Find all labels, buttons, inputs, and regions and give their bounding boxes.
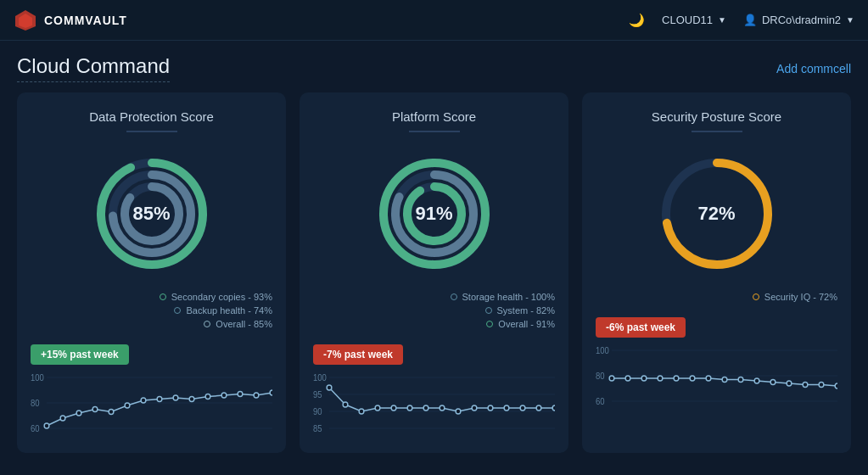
- badge-data-protection: +15% past week: [31, 344, 129, 365]
- navbar-right: 🌙 CLOUD11 ▼ 👤 DRCo\dradmin2 ▼: [629, 13, 854, 28]
- svg-point-79: [819, 383, 824, 388]
- score-text-security-posture: 72%: [697, 203, 735, 225]
- donut-data-protection: 85%: [84, 146, 220, 282]
- svg-point-76: [770, 380, 776, 385]
- svg-text:100: 100: [31, 373, 44, 383]
- badge-platform: -7% past week: [313, 344, 403, 365]
- card-platform: Platform Score91%Storage health - 100%Sy…: [300, 92, 568, 453]
- cards-container: Data Protection Score85%Secondary copies…: [17, 92, 851, 453]
- svg-point-47: [391, 405, 396, 411]
- legend-item: Storage health - 100%: [313, 292, 555, 302]
- svg-text:80: 80: [31, 399, 40, 408]
- legend-label: Storage health - 100%: [462, 292, 555, 302]
- score-text-platform: 91%: [415, 203, 452, 225]
- svg-text:95: 95: [313, 390, 322, 400]
- svg-point-23: [189, 397, 194, 402]
- svg-point-51: [456, 409, 461, 414]
- svg-point-20: [141, 398, 146, 403]
- svg-point-14: [44, 423, 49, 428]
- add-commcell-button[interactable]: Add commcell: [776, 62, 851, 75]
- page-title: Cloud Command: [17, 54, 170, 82]
- svg-point-45: [359, 409, 364, 414]
- legend-item: Overall - 85%: [31, 319, 272, 329]
- svg-point-22: [173, 395, 178, 400]
- sparkline-security-posture: 1008060: [596, 346, 837, 414]
- svg-text:80: 80: [596, 372, 605, 381]
- svg-point-50: [440, 405, 445, 411]
- sparkline-platform: 100959085: [313, 373, 555, 441]
- svg-point-57: [552, 405, 555, 411]
- svg-point-73: [722, 377, 727, 383]
- card-title-underline-data-protection: [126, 131, 177, 132]
- svg-point-28: [270, 390, 272, 395]
- legend-security-posture: Security IQ - 72%: [596, 292, 837, 305]
- legend-platform: Storage health - 100%System - 82%Overall…: [313, 292, 555, 332]
- score-text-data-protection: 85%: [132, 203, 170, 225]
- svg-point-24: [205, 394, 210, 400]
- legend-dot: [486, 321, 493, 327]
- legend-item: Backup health - 74%: [31, 305, 272, 316]
- brand: COMMVAULT: [14, 8, 127, 32]
- svg-point-71: [690, 376, 695, 381]
- legend-label: Security IQ - 72%: [764, 292, 837, 302]
- brand-logo: [14, 8, 37, 32]
- svg-point-46: [375, 405, 380, 411]
- svg-point-72: [706, 376, 711, 381]
- svg-point-26: [238, 392, 243, 397]
- card-security-posture: Security Posture Score72%Security IQ - 7…: [582, 92, 851, 453]
- svg-point-53: [488, 405, 493, 411]
- user-menu[interactable]: 👤 DRCo\dradmin2 ▼: [743, 14, 854, 26]
- theme-icon[interactable]: 🌙: [629, 13, 645, 28]
- svg-point-56: [536, 405, 541, 411]
- legend-dot: [160, 293, 166, 300]
- svg-point-15: [60, 416, 65, 421]
- svg-point-43: [327, 385, 332, 390]
- legend-dot: [753, 293, 759, 300]
- svg-text:60: 60: [596, 397, 605, 406]
- legend-label: System - 82%: [497, 305, 555, 316]
- svg-point-69: [658, 376, 663, 381]
- cloud-selector[interactable]: CLOUD11 ▼: [662, 14, 726, 26]
- user-label: DRCo\dradmin2: [762, 14, 841, 26]
- svg-point-16: [76, 411, 81, 416]
- svg-point-54: [504, 405, 509, 411]
- cloud-label: CLOUD11: [662, 14, 713, 26]
- legend-item: System - 82%: [313, 305, 555, 316]
- svg-point-17: [92, 407, 98, 412]
- legend-item: Overall - 91%: [313, 319, 555, 329]
- svg-text:100: 100: [313, 373, 327, 383]
- svg-point-49: [423, 405, 428, 411]
- svg-point-66: [609, 376, 614, 381]
- svg-point-80: [835, 383, 837, 388]
- card-title-security-posture: Security Posture Score: [652, 109, 781, 124]
- card-title-underline-platform: [409, 131, 460, 132]
- svg-point-68: [641, 376, 647, 381]
- legend-label: Overall - 91%: [498, 319, 555, 329]
- legend-data-protection: Secondary copies - 93%Backup health - 74…: [31, 292, 272, 332]
- user-dropdown-arrow: ▼: [846, 15, 854, 25]
- svg-point-78: [803, 383, 808, 388]
- svg-point-67: [625, 376, 630, 381]
- card-title-platform: Platform Score: [392, 109, 476, 124]
- svg-text:85: 85: [313, 424, 322, 433]
- legend-dot: [204, 321, 210, 327]
- legend-label: Backup health - 74%: [186, 305, 272, 316]
- page-body: Cloud Command Add commcell Data Protecti…: [0, 41, 868, 467]
- legend-item: Secondary copies - 93%: [31, 292, 272, 302]
- svg-point-74: [738, 377, 743, 383]
- cloud-dropdown-arrow: ▼: [718, 15, 726, 25]
- svg-point-18: [109, 410, 114, 415]
- donut-security-posture: 72%: [649, 146, 785, 282]
- svg-point-21: [157, 397, 162, 402]
- svg-point-75: [754, 378, 759, 383]
- svg-point-55: [520, 405, 525, 411]
- badge-security-posture: -6% past week: [596, 317, 686, 338]
- svg-point-44: [343, 402, 348, 407]
- legend-item: Security IQ - 72%: [596, 292, 837, 302]
- donut-platform: 91%: [367, 146, 502, 282]
- legend-dot: [485, 307, 492, 314]
- svg-text:90: 90: [313, 407, 322, 416]
- user-icon: 👤: [743, 14, 757, 26]
- card-title-underline-security-posture: [692, 131, 742, 132]
- svg-point-48: [407, 405, 412, 411]
